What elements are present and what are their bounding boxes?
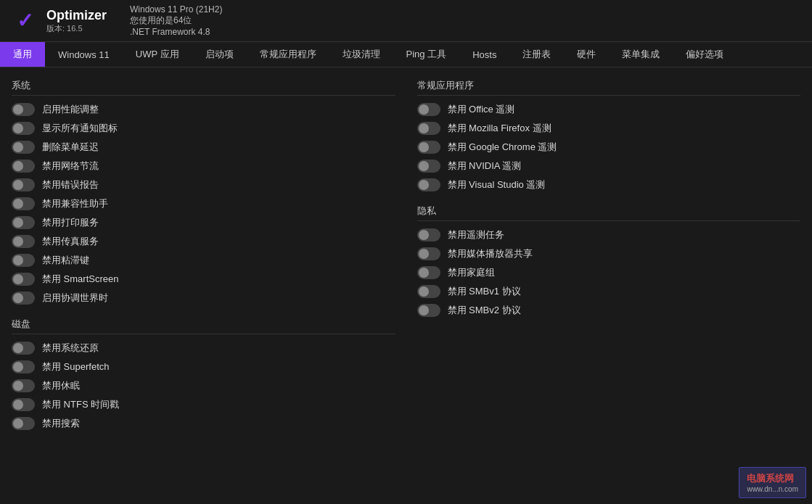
toggle-switch[interactable] [12,141,35,154]
toggle-label: 禁用系统还原 [42,342,99,355]
toggle-label: 禁用 SmartScreen [42,273,118,286]
toggle-row: 禁用打印服务 [12,216,395,229]
toggle-label: 显示所有通知图标 [42,122,118,135]
toggle-label: 禁用 Office 遥测 [448,103,515,116]
toggle-label: 启用协调世界时 [42,292,108,305]
toggle-switch[interactable] [12,254,35,267]
common-apps-section-title: 常规应用程序 [417,79,801,96]
disk-items: 禁用系统还原禁用 Superfetch禁用休眠禁用 NTFS 时间戳禁用搜索 [12,342,395,430]
nav-tab-hardware[interactable]: 硬件 [564,42,609,67]
nav-tab-win11[interactable]: Windows 11 [45,42,123,67]
toggle-label: 禁用 Visual Studio 遥测 [448,178,546,191]
toggle-switch[interactable] [417,247,440,260]
toggle-switch[interactable] [417,228,440,241]
toggle-row: 禁用家庭组 [417,266,801,279]
toggle-switch[interactable] [417,266,440,279]
app-name: Optimizer [46,8,107,23]
toggle-switch[interactable] [12,342,35,355]
toggle-switch[interactable] [12,360,35,373]
nav-tabs: 通用Windows 11UWP 应用启动项常规应用程序垃圾清理Ping 工具Ho… [0,42,812,67]
toggle-row: 启用性能调整 [12,103,395,116]
toggle-row: 禁用 SMBv1 协议 [417,285,801,298]
toggle-label: 禁用休眠 [42,379,80,392]
left-panel: 系统 启用性能调整显示所有通知图标删除菜单延迟禁用网络节流禁用错误报告禁用兼容性… [12,76,410,493]
toggle-label: 禁用 SMBv1 协议 [448,285,521,298]
toggle-switch[interactable] [12,398,35,411]
toggle-switch[interactable] [12,417,35,430]
toggle-row: 禁用 NVIDIA 遥测 [417,160,801,173]
nav-tab-cleanup[interactable]: 垃圾清理 [329,42,393,67]
toggle-switch[interactable] [12,160,35,173]
nav-tab-apps[interactable]: 常规应用程序 [247,42,329,67]
nav-tab-hosts[interactable]: Hosts [459,42,509,67]
toggle-switch[interactable] [417,304,440,317]
toggle-label: 禁用搜索 [42,417,80,430]
toggle-label: 禁用 SMBv2 协议 [448,304,521,317]
main-content: 系统 启用性能调整显示所有通知图标删除菜单延迟禁用网络节流禁用错误报告禁用兼容性… [0,67,812,502]
toggle-label: 禁用打印服务 [42,216,99,229]
toggle-label: 禁用 NTFS 时间戳 [42,398,119,411]
toggle-row: 显示所有通知图标 [12,122,395,135]
toggle-row: 禁用 NTFS 时间戳 [12,398,395,411]
sys-framework: .NET Framework 4.8 [130,27,222,37]
toggle-label: 禁用 Mozilla Firefox 遥测 [448,122,551,135]
nav-tab-ping[interactable]: Ping 工具 [393,42,460,67]
system-items: 启用性能调整显示所有通知图标删除菜单延迟禁用网络节流禁用错误报告禁用兼容性助手禁… [12,103,395,305]
toggle-label: 禁用家庭组 [448,266,495,279]
toggle-row: 禁用粘滞键 [12,254,395,267]
sys-info: Windows 11 Pro (21H2) 您使用的是64位 .NET Fram… [130,4,222,37]
toggle-switch[interactable] [12,178,35,191]
system-section-title: 系统 [12,79,395,96]
toggle-label: 禁用网络节流 [42,160,99,173]
watermark-site: www.dn...n.com [747,485,798,493]
toggle-row: 禁用 SmartScreen [12,273,395,286]
toggle-row: 禁用媒体播放器共享 [417,247,801,260]
app-version: 版本: 16.5 [46,23,107,34]
toggle-label: 禁用 Google Chrome 遥测 [448,141,557,154]
sys-os: Windows 11 Pro (21H2) [130,4,222,15]
toggle-row: 禁用错误报告 [12,178,395,191]
app-logo: ✓ [12,8,38,34]
toggle-switch[interactable] [417,160,440,173]
toggle-switch[interactable] [417,103,440,116]
toggle-label: 禁用粘滞键 [42,254,89,267]
toggle-label: 禁用错误报告 [42,178,99,191]
toggle-label: 删除菜单延迟 [42,141,99,154]
common-apps-items: 禁用 Office 遥测禁用 Mozilla Firefox 遥测禁用 Goog… [417,103,801,191]
toggle-label: 禁用媒体播放器共享 [448,247,533,260]
nav-tab-uwp[interactable]: UWP 应用 [123,42,192,67]
right-panel: 常规应用程序 禁用 Office 遥测禁用 Mozilla Firefox 遥测… [410,76,801,493]
toggle-switch[interactable] [12,379,35,392]
app-title-block: Optimizer 版本: 16.5 [46,8,107,34]
toggle-switch[interactable] [417,285,440,298]
toggle-switch[interactable] [12,235,35,248]
toggle-label: 禁用遥测任务 [448,228,504,241]
nav-tab-menu[interactable]: 菜单集成 [609,42,673,67]
nav-tab-general[interactable]: 通用 [0,42,45,67]
toggle-label: 禁用传真服务 [42,235,99,248]
toggle-row: 禁用 Visual Studio 遥测 [417,178,801,191]
nav-tab-registry[interactable]: 注册表 [509,42,564,67]
sys-arch: 您使用的是64位 [130,15,222,27]
disk-section-title: 磁盘 [12,318,395,334]
privacy-subsection: 隐私 禁用遥测任务禁用媒体播放器共享禁用家庭组禁用 SMBv1 协议禁用 SMB… [417,205,801,317]
toggle-switch[interactable] [12,103,35,116]
toggle-row: 禁用 Office 遥测 [417,103,801,116]
toggle-row: 删除菜单延迟 [12,141,395,154]
toggle-switch[interactable] [12,122,35,135]
nav-tab-startup[interactable]: 启动项 [192,42,247,67]
toggle-label: 禁用 NVIDIA 遥测 [448,160,522,173]
toggle-switch[interactable] [12,273,35,286]
toggle-switch[interactable] [417,178,440,191]
toggle-row: 禁用休眠 [12,379,395,392]
toggle-row: 禁用网络节流 [12,160,395,173]
toggle-switch[interactable] [12,216,35,229]
toggle-row: 禁用传真服务 [12,235,395,248]
toggle-switch[interactable] [12,197,35,210]
toggle-switch[interactable] [12,292,35,305]
toggle-switch[interactable] [417,122,440,135]
nav-tab-prefs[interactable]: 偏好选项 [673,42,737,67]
app-header: ✓ Optimizer 版本: 16.5 Windows 11 Pro (21H… [0,0,812,42]
toggle-row: 禁用 Mozilla Firefox 遥测 [417,122,801,135]
toggle-switch[interactable] [417,141,440,154]
